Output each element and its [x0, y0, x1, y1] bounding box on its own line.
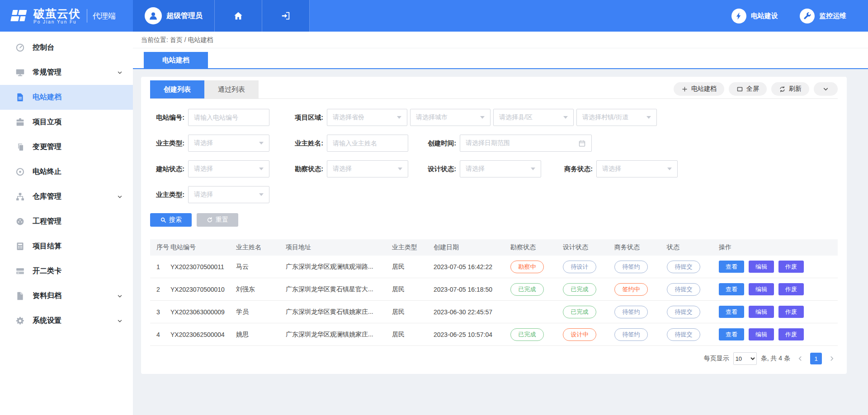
- filter-input[interactable]: [188, 109, 269, 126]
- view-button[interactable]: 查看: [719, 283, 744, 295]
- table-cell: 已完成: [510, 323, 563, 346]
- page-number[interactable]: 1: [810, 353, 822, 364]
- header-shortcut[interactable]: 监控运维: [800, 9, 846, 23]
- per-page-select[interactable]: 10: [733, 352, 757, 365]
- filter-select[interactable]: 请选择县/区: [493, 109, 574, 126]
- table-row: 4YX2023062500004姚思广东深圳龙华区观澜镇姚家庄...居民2023…: [150, 323, 838, 346]
- sidebar-item[interactable]: 控制台: [0, 35, 133, 60]
- reset-button[interactable]: 重置: [197, 213, 238, 227]
- select-placeholder: 请选择城市: [416, 113, 448, 121]
- toolbar-button[interactable]: 电站建档: [674, 82, 724, 96]
- filter-label: 建站状态:: [150, 165, 184, 173]
- table-cell: 已完成: [510, 278, 563, 301]
- sidebar-item[interactable]: 项目立项: [0, 110, 133, 135]
- document-icon: [15, 93, 25, 102]
- filter-label: 业主姓名:: [289, 139, 323, 148]
- void-button[interactable]: 作废: [778, 283, 804, 295]
- sidebar-item-label: 资料归档: [33, 291, 61, 301]
- select-placeholder: 请选择: [333, 165, 352, 173]
- status-badge: 待提交: [667, 261, 700, 273]
- toolbar-button[interactable]: 刷新: [771, 82, 809, 96]
- toolbar-button-label: 刷新: [789, 85, 802, 93]
- filter-select[interactable]: 请选择: [188, 160, 269, 177]
- filter-select[interactable]: 请选择村镇/街道: [576, 109, 657, 126]
- filter-select[interactable]: 请选择: [188, 135, 269, 152]
- toolbar-button[interactable]: 全屏: [729, 82, 767, 96]
- user-name: 超级管理员: [166, 11, 203, 21]
- sidebar-item[interactable]: 项目结算: [0, 234, 133, 259]
- table-cell: 居民: [392, 301, 434, 323]
- caret-down-icon: [259, 193, 264, 196]
- sidebar-item[interactable]: 开二类卡: [0, 259, 133, 284]
- void-button[interactable]: 作废: [778, 328, 804, 340]
- filter-select[interactable]: 请选择城市: [410, 109, 491, 126]
- status-badge: 设计中: [563, 328, 596, 341]
- table-cell: 2023-06-30 22:45:57: [434, 301, 510, 323]
- status-badge: 已完成: [510, 283, 544, 296]
- chevron-left-icon: [797, 355, 803, 362]
- user-menu[interactable]: 超级管理员: [133, 0, 215, 32]
- logo: 破茧云伏 Po Jian Yun Fu 代理端: [0, 0, 133, 32]
- edit-button[interactable]: 编辑: [749, 328, 774, 340]
- filter-select[interactable]: 请选择: [327, 160, 408, 177]
- logout-button[interactable]: [262, 0, 310, 32]
- caret-down-icon: [259, 168, 264, 170]
- sidebar-item-label: 系统设置: [33, 316, 61, 326]
- table-cell: 广东深圳龙华区黄石镇姚家庄...: [286, 301, 392, 323]
- edit-button[interactable]: 编辑: [749, 261, 774, 273]
- table-cell: YX2023062500004: [170, 323, 236, 346]
- table-cell: 广东深圳龙华区观澜镇姚家庄...: [286, 323, 392, 346]
- filter-select[interactable]: 请选择: [596, 160, 678, 177]
- edit-button[interactable]: 编辑: [749, 283, 774, 295]
- header-spacer: [310, 0, 731, 32]
- dashboard-icon: [15, 43, 25, 52]
- header-shortcut[interactable]: 电站建设: [731, 9, 778, 23]
- table-cell: 待提交: [667, 301, 719, 323]
- table-cell: 1: [150, 256, 170, 278]
- next-page-button[interactable]: [826, 353, 838, 364]
- sidebar-item[interactable]: 变更管理: [0, 135, 133, 159]
- page-tab[interactable]: 电站建档: [144, 52, 208, 68]
- sidebar: 控制台常规管理电站建档项目立项变更管理电站终止仓库管理工程管理项目结算开二类卡资…: [0, 32, 133, 415]
- table-header-cell: 业主姓名: [236, 239, 286, 256]
- search-button[interactable]: 搜索: [150, 213, 192, 227]
- prev-page-button[interactable]: [794, 353, 806, 364]
- data-table: 序号电站编号业主姓名项目地址业主类型创建日期勘察状态设计状态商务状态状态操作 1…: [150, 239, 838, 346]
- toolbar-button[interactable]: [814, 82, 838, 96]
- table-cell: YX2023063000009: [170, 301, 236, 323]
- sidebar-item[interactable]: 资料归档: [0, 284, 133, 308]
- filter-select[interactable]: 请选择: [460, 160, 541, 177]
- sidebar-item[interactable]: 电站终止: [0, 159, 133, 184]
- filter-select[interactable]: 请选择: [188, 186, 269, 203]
- filter-input[interactable]: [327, 135, 408, 152]
- table-header-cell: 项目地址: [286, 239, 392, 256]
- void-button[interactable]: 作废: [778, 261, 804, 273]
- view-button[interactable]: 查看: [719, 328, 744, 340]
- panel-tab[interactable]: 通过列表: [204, 80, 259, 98]
- date-range-input[interactable]: 请选择日期范围: [460, 135, 592, 152]
- view-button[interactable]: 查看: [719, 261, 744, 273]
- filter-select[interactable]: 请选择省份: [327, 109, 407, 126]
- edit-button[interactable]: 编辑: [749, 306, 774, 318]
- void-button[interactable]: 作废: [778, 306, 804, 318]
- chevron-down-icon: [822, 86, 829, 93]
- panel-tab[interactable]: 创建列表: [150, 80, 204, 98]
- filter-field: 商务状态:请选择: [558, 160, 678, 177]
- sidebar-item[interactable]: 工程管理: [0, 209, 133, 234]
- chevron-down-icon: [117, 293, 123, 299]
- monitor-icon: [15, 68, 25, 77]
- sidebar-item[interactable]: 仓库管理: [0, 184, 133, 209]
- home-button[interactable]: [215, 0, 262, 32]
- view-button[interactable]: 查看: [719, 306, 744, 318]
- caret-down-icon: [480, 116, 485, 119]
- filter-field: 勘察状态:请选择: [289, 160, 408, 177]
- table-cell: 待提交: [667, 256, 719, 278]
- total-count-label: 条, 共 4 条: [761, 354, 790, 363]
- sidebar-item[interactable]: 电站建档: [0, 85, 133, 110]
- logout-icon: [281, 11, 291, 21]
- sidebar-item[interactable]: 系统设置: [0, 308, 133, 333]
- sidebar-item[interactable]: 常规管理: [0, 60, 133, 85]
- table-cell: 待签约: [614, 301, 667, 323]
- status-badge: 待提交: [667, 306, 700, 318]
- sidebar-item-label: 电站终止: [33, 167, 61, 177]
